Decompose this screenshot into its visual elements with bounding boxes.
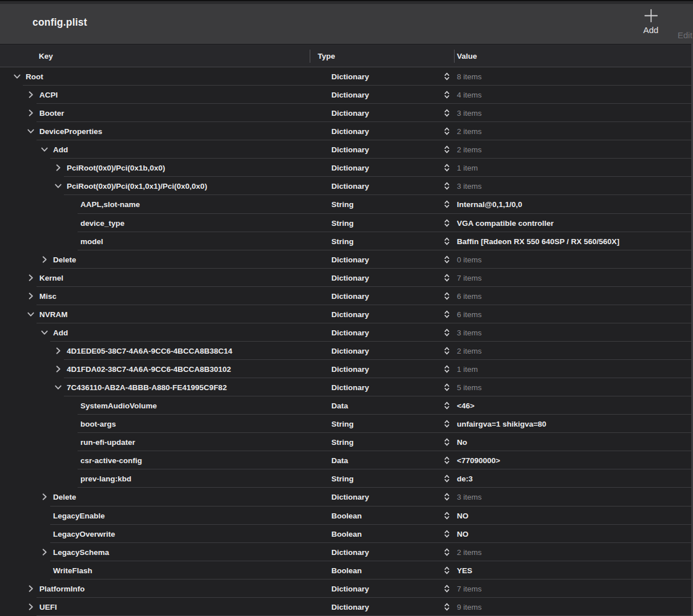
type-stepper-icon[interactable] [443, 474, 451, 484]
table-row[interactable]: Root Dictionary 8 items [0, 67, 693, 86]
row-value[interactable]: unfairgva=1 shikigva=80 [457, 420, 546, 428]
row-key[interactable]: UEFI [39, 602, 57, 611]
row-value[interactable]: 4 items [457, 91, 482, 99]
row-value[interactable]: NO [457, 511, 468, 520]
table-row[interactable]: run-efi-updater String No [0, 433, 693, 451]
disclosure-chevron[interactable] [40, 548, 48, 556]
row-key[interactable]: boot-args [80, 420, 116, 428]
table-row[interactable]: csr-active-config Data <77090000> [0, 451, 693, 469]
row-key[interactable]: PlatformInfo [39, 584, 85, 593]
table-row[interactable]: Booter Dictionary 3 items [0, 104, 693, 122]
row-type[interactable]: Boolean [331, 511, 362, 520]
row-type[interactable]: Dictionary [331, 548, 369, 556]
row-value[interactable]: 3 items [457, 182, 482, 191]
row-key[interactable]: ACPI [39, 91, 58, 99]
table-row[interactable]: prev-lang:kbd String de:3 [0, 469, 693, 488]
disclosure-chevron[interactable] [54, 182, 62, 190]
row-key[interactable]: model [80, 237, 103, 245]
row-type[interactable]: Dictionary [331, 109, 369, 117]
type-stepper-icon[interactable] [443, 236, 451, 246]
type-stepper-icon[interactable] [443, 145, 451, 155]
disclosure-chevron[interactable] [27, 109, 35, 117]
row-value[interactable]: 8 items [457, 72, 482, 81]
table-row[interactable]: LegacySchema Dictionary 2 items [0, 543, 693, 561]
disclosure-chevron[interactable] [27, 585, 35, 593]
row-type[interactable]: Dictionary [331, 493, 369, 501]
type-stepper-icon[interactable] [443, 72, 451, 82]
row-value[interactable]: VGA compatible controller [457, 218, 554, 227]
row-type[interactable]: Boolean [331, 566, 362, 574]
row-key[interactable]: 7C436110-AB2A-4BBB-A880-FE41995C9F82 [67, 383, 227, 392]
disclosure-chevron[interactable] [40, 329, 48, 337]
disclosure-chevron[interactable] [54, 383, 62, 391]
row-value[interactable]: 2 items [457, 548, 482, 556]
type-stepper-icon[interactable] [443, 547, 451, 557]
type-stepper-icon[interactable] [443, 309, 451, 319]
table-row[interactable]: Add Dictionary 2 items [0, 140, 693, 159]
table-row[interactable]: LegacyEnable Boolean NO [0, 506, 693, 525]
row-type[interactable]: String [331, 438, 354, 447]
type-stepper-icon[interactable] [443, 327, 451, 337]
disclosure-chevron[interactable] [27, 127, 35, 135]
type-stepper-icon[interactable] [443, 346, 451, 355]
row-type[interactable]: String [331, 475, 354, 483]
row-type[interactable]: Dictionary [331, 182, 369, 191]
row-key[interactable]: Add [53, 145, 68, 154]
disclosure-chevron[interactable] [27, 91, 35, 99]
table-row[interactable]: boot-args String unfairgva=1 shikigva=80 [0, 415, 693, 433]
row-value[interactable]: 7 items [457, 273, 482, 282]
row-type[interactable]: Dictionary [331, 255, 369, 264]
type-stepper-icon[interactable] [443, 273, 451, 282]
table-row[interactable]: DeviceProperties Dictionary 2 items [0, 122, 693, 140]
type-stepper-icon[interactable] [443, 529, 451, 538]
type-stepper-icon[interactable] [443, 383, 451, 392]
type-stepper-icon[interactable] [443, 127, 451, 136]
row-value[interactable]: <77090000> [457, 456, 500, 465]
table-row[interactable]: Add Dictionary 3 items [0, 323, 693, 342]
row-type[interactable]: String [331, 420, 354, 428]
row-key[interactable]: WriteFlash [53, 566, 92, 574]
table-row[interactable]: device_type String VGA compatible contro… [0, 214, 693, 232]
type-stepper-icon[interactable] [443, 200, 451, 209]
type-stepper-icon[interactable] [443, 492, 451, 502]
row-value[interactable]: 5 items [457, 383, 482, 392]
row-type[interactable]: String [331, 237, 354, 245]
edit-button[interactable]: Edit [678, 30, 692, 40]
row-type[interactable]: Dictionary [331, 365, 369, 374]
row-value[interactable]: YES [457, 566, 472, 574]
type-stepper-icon[interactable] [443, 108, 451, 118]
add-button[interactable]: Add [636, 8, 666, 35]
type-stepper-icon[interactable] [443, 602, 451, 611]
disclosure-chevron[interactable] [27, 292, 35, 300]
table-row[interactable]: AAPL,slot-name String Internal@0,1,1/0,0 [0, 195, 693, 213]
disclosure-chevron[interactable] [40, 256, 48, 264]
row-key[interactable]: SystemAudioVolume [80, 402, 157, 410]
row-key[interactable]: PciRoot(0x0)/Pci(0x1b,0x0) [67, 164, 165, 172]
disclosure-chevron[interactable] [27, 603, 35, 611]
row-type[interactable]: Dictionary [331, 145, 369, 154]
row-key[interactable]: DeviceProperties [39, 127, 102, 136]
table-row[interactable]: 4D1FDA02-38C7-4A6A-9CC6-4BCCA8B30102 Dic… [0, 360, 693, 378]
table-row[interactable]: NVRAM Dictionary 6 items [0, 305, 693, 323]
row-value[interactable]: 2 items [457, 145, 482, 154]
row-type[interactable]: Dictionary [331, 310, 369, 318]
row-key[interactable]: Booter [39, 109, 64, 117]
type-stepper-icon[interactable] [443, 437, 451, 447]
table-row[interactable]: Misc Dictionary 6 items [0, 287, 693, 305]
disclosure-chevron[interactable] [27, 274, 35, 282]
row-value[interactable]: Baffin [Radeon RX 550 640SP / RX 560/560… [457, 237, 619, 245]
row-value[interactable]: de:3 [457, 475, 473, 483]
row-key[interactable]: PciRoot(0x0)/Pci(0x1,0x1)/Pci(0x0,0x0) [67, 182, 207, 191]
row-value[interactable]: 3 items [457, 328, 482, 337]
row-key[interactable]: Kernel [39, 273, 63, 282]
row-type[interactable]: Dictionary [331, 91, 369, 99]
type-stepper-icon[interactable] [443, 364, 451, 374]
type-stepper-icon[interactable] [443, 254, 451, 264]
row-key[interactable]: LegacySchema [53, 548, 109, 556]
row-value[interactable]: 2 items [457, 127, 482, 136]
disclosure-chevron[interactable] [54, 347, 62, 355]
row-value[interactable]: 2 items [457, 346, 482, 355]
type-stepper-icon[interactable] [443, 181, 451, 191]
table-row[interactable]: SystemAudioVolume Data <46> [0, 396, 693, 415]
row-key[interactable]: LegacyOverwrite [53, 529, 115, 538]
